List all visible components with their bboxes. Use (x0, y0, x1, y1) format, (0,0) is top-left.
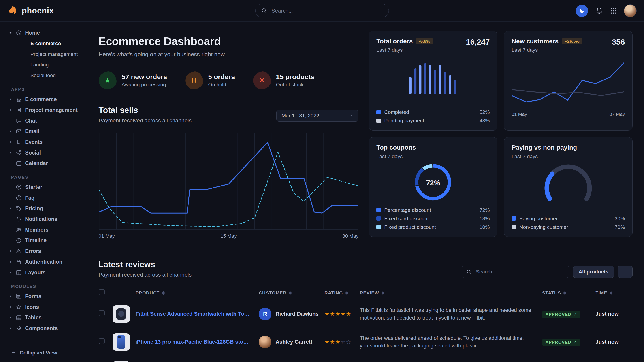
sidebar-item-home[interactable]: Home (0, 27, 85, 38)
theme-toggle-button[interactable] (576, 5, 588, 17)
sidebar-item-label: Layouts (25, 269, 46, 276)
legend-value: 18% (480, 216, 490, 222)
search-icon (466, 269, 472, 275)
reviews-table: PRODUCT CUSTOMER RATING REVIEW STATUS TI… (99, 286, 632, 362)
legend-value: 72% (480, 207, 490, 213)
sidebar-item-label: Icons (25, 304, 39, 310)
sidebar-item-components[interactable]: Components (0, 323, 85, 334)
caret-right-icon (9, 306, 12, 308)
card-period: Last 7 days (376, 153, 416, 159)
sidebar-item-project-management[interactable]: Project management (0, 49, 85, 59)
chevron-down-icon (348, 113, 353, 118)
sidebar-item-e-commerce[interactable]: E commerce (0, 94, 85, 105)
sidebar-item-pricing[interactable]: Pricing (0, 203, 85, 214)
x-icon: × (252, 70, 272, 90)
calendar-icon (16, 160, 22, 167)
sidebar-item-members[interactable]: Members (0, 225, 85, 235)
column-header-product[interactable]: PRODUCT (136, 291, 259, 296)
customer-avatar: R (259, 308, 272, 321)
legend-item: Paying customer 30% (512, 216, 625, 222)
legend-item: Percentage discount 72% (376, 207, 490, 213)
row-checkbox[interactable] (99, 338, 105, 344)
sidebar-item-tables[interactable]: Tables (0, 312, 85, 323)
stat-new-orders: ★ 57 new orders Awating processing (99, 71, 167, 89)
legend-swatch (376, 208, 381, 212)
sort-icon (346, 291, 348, 295)
legend-label: Non-paying customer (519, 224, 568, 230)
sidebar-item-faq[interactable]: Faq (0, 193, 85, 203)
sidebar-item-chat[interactable]: Chat (0, 115, 85, 126)
sidebar-item-icons[interactable]: Icons (0, 302, 85, 312)
collapsed-view-button[interactable]: Collapsed View (0, 343, 85, 362)
legend-item: Completed 52% (376, 109, 490, 115)
total-sells-title: Total sells (99, 105, 192, 115)
app-window: phoenix HomeE commerceProject management… (0, 0, 644, 362)
legend-label: Completed (384, 109, 409, 115)
column-header-status[interactable]: STATUS (542, 291, 596, 296)
caret-right-icon (9, 295, 12, 298)
sidebar-item-layouts[interactable]: Layouts (0, 267, 85, 278)
stat-caption: Awating processing (122, 82, 167, 88)
row-checkbox[interactable] (99, 310, 105, 316)
sort-icon (382, 291, 384, 295)
apps-grid-button[interactable] (610, 7, 617, 14)
puzzle-icon (16, 325, 22, 331)
legend-label: Fixed card discount (384, 216, 429, 222)
latest-reviews-section: Latest reviews Payment received across a… (85, 249, 644, 362)
main-content: Ecommerce Dashboard Here's what's going … (85, 22, 644, 362)
legend-value: 48% (480, 118, 490, 124)
sidebar-item-starter[interactable]: Starter (0, 182, 85, 193)
legend-value: 52% (480, 109, 490, 115)
table-row: iPhone 13 pro max-Pacific Blue-128GB sto… (99, 328, 632, 356)
reviews-search-input[interactable] (475, 268, 564, 275)
column-header-rating[interactable]: RATING (324, 291, 360, 296)
legend-value: 30% (615, 216, 625, 222)
brand[interactable]: phoenix (8, 5, 54, 16)
column-header-customer[interactable]: CUSTOMER (259, 291, 324, 296)
mail-icon (16, 128, 22, 135)
clock-icon (16, 30, 22, 36)
caret-right-icon (9, 130, 12, 133)
notifications-button[interactable] (595, 7, 603, 15)
card-period: Last 7 days (376, 47, 433, 53)
sidebar-item-errors[interactable]: Errors (0, 246, 85, 257)
stat-on-hold: 5 orders On hold (185, 71, 235, 89)
global-search-input[interactable] (271, 7, 383, 14)
sidebar-item-calendar[interactable]: Calendar (0, 158, 85, 169)
sidebar-item-authentication[interactable]: Authentication (0, 257, 85, 267)
sidebar-item-events[interactable]: Events (0, 137, 85, 147)
date-range-select[interactable]: Mar 1 - 31, 2022 (276, 110, 358, 122)
sidebar-item-email[interactable]: Email (0, 126, 85, 137)
sidebar-item-timeline[interactable]: Timeline (0, 235, 85, 246)
sidebar-item-forms[interactable]: Forms (0, 291, 85, 302)
column-header-time[interactable]: TIME (596, 291, 632, 296)
latest-reviews-title: Latest reviews (99, 260, 192, 269)
sidebar-item-project-management[interactable]: Project management (0, 105, 85, 115)
x-axis-label: 15 May (220, 233, 236, 239)
sidebar-item-social-feed[interactable]: Social feed (0, 70, 85, 81)
phoenix-logo-icon (8, 5, 18, 16)
sidebar-item-landing[interactable]: Landing (0, 59, 85, 70)
sidebar-item-label: Starter (25, 184, 42, 190)
reviews-search[interactable] (462, 266, 569, 278)
sidebar-item-label: Errors (25, 248, 41, 254)
product-link[interactable]: iPhone 13 pro max-Pacific Blue-128GB sto… (136, 339, 259, 345)
global-search[interactable] (255, 4, 389, 18)
sidebar-item-label: Project management (25, 107, 78, 113)
brand-name: phoenix (22, 6, 54, 15)
users-icon (16, 227, 22, 233)
more-options-button[interactable]: ... (618, 266, 632, 278)
sort-icon (564, 291, 566, 295)
legend-swatch (376, 110, 381, 114)
all-products-button[interactable]: All products (573, 266, 614, 278)
user-avatar[interactable] (624, 4, 636, 17)
sidebar-item-social[interactable]: Social (0, 147, 85, 158)
status-badge: APPROVED✓ (542, 339, 580, 346)
product-link[interactable]: Fitbit Sense Advanced Smartwatch with To… (136, 311, 259, 317)
caret-right-icon (9, 109, 12, 111)
total-sells-line-chart (99, 133, 359, 230)
sidebar-item-e-commerce[interactable]: E commerce (0, 38, 85, 49)
select-all-checkbox[interactable] (99, 289, 105, 295)
column-header-review[interactable]: REVIEW (360, 291, 542, 296)
sidebar-item-notifications[interactable]: Notifications (0, 214, 85, 225)
